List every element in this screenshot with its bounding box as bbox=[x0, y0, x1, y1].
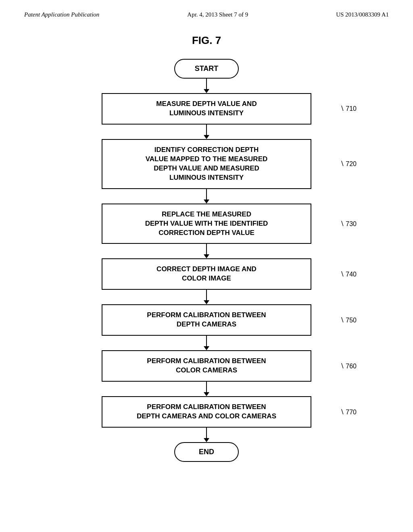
step-710-box: MEASURE DEPTH VALUE ANDLUMINOUS INTENSIT… bbox=[102, 93, 311, 125]
step-740-label: ∖ 740 bbox=[340, 270, 357, 278]
arrow-1 bbox=[204, 79, 209, 93]
start-node: START bbox=[174, 59, 239, 79]
header-center: Apr. 4, 2013 Sheet 7 of 9 bbox=[187, 11, 248, 18]
step-760-label: ∖ 760 bbox=[340, 362, 357, 370]
step-710-wrapper: MEASURE DEPTH VALUE ANDLUMINOUS INTENSIT… bbox=[24, 93, 389, 125]
step-770-wrapper: PERFORM CALIBRATION BETWEENDEPTH CAMERAS… bbox=[24, 396, 389, 428]
step-770-label: ∖ 770 bbox=[340, 408, 357, 416]
step-770-box: PERFORM CALIBRATION BETWEENDEPTH CAMERAS… bbox=[102, 396, 311, 428]
figure-title: FIG. 7 bbox=[0, 34, 413, 47]
step-740-box: CORRECT DEPTH IMAGE ANDCOLOR IMAGE bbox=[102, 258, 311, 290]
flowchart: START MEASURE DEPTH VALUE ANDLUMINOUS IN… bbox=[0, 59, 413, 462]
arrow-8 bbox=[204, 428, 209, 442]
header-left: Patent Application Publication bbox=[24, 11, 99, 18]
step-730-wrapper: REPLACE THE MEASUREDDEPTH VALUE WITH THE… bbox=[24, 204, 389, 244]
arrow-7 bbox=[204, 382, 209, 396]
arrow-5 bbox=[204, 290, 209, 304]
step-730-label: ∖ 730 bbox=[340, 220, 357, 228]
step-720-wrapper: IDENTIFY CORRECTION DEPTHVALUE MAPPED TO… bbox=[24, 139, 389, 189]
step-740-wrapper: CORRECT DEPTH IMAGE ANDCOLOR IMAGE ∖ 740 bbox=[24, 258, 389, 290]
arrow-3 bbox=[204, 189, 209, 204]
header-right: US 2013/0083309 A1 bbox=[336, 11, 389, 18]
arrow-2 bbox=[204, 125, 209, 139]
step-760-box: PERFORM CALIBRATION BETWEENCOLOR CAMERAS bbox=[102, 350, 311, 382]
step-720-box: IDENTIFY CORRECTION DEPTHVALUE MAPPED TO… bbox=[102, 139, 311, 189]
step-750-box: PERFORM CALIBRATION BETWEENDEPTH CAMERAS bbox=[102, 304, 311, 336]
step-750-label: ∖ 750 bbox=[340, 316, 357, 324]
step-750-wrapper: PERFORM CALIBRATION BETWEENDEPTH CAMERAS… bbox=[24, 304, 389, 336]
arrow-6 bbox=[204, 336, 209, 350]
step-710-label: ∖ 710 bbox=[340, 105, 357, 112]
step-760-wrapper: PERFORM CALIBRATION BETWEENCOLOR CAMERAS… bbox=[24, 350, 389, 382]
page-header: Patent Application Publication Apr. 4, 2… bbox=[0, 0, 413, 22]
step-720-label: ∖ 720 bbox=[340, 160, 357, 168]
step-730-box: REPLACE THE MEASUREDDEPTH VALUE WITH THE… bbox=[102, 204, 311, 244]
end-node: END bbox=[174, 442, 239, 462]
arrow-4 bbox=[204, 244, 209, 258]
